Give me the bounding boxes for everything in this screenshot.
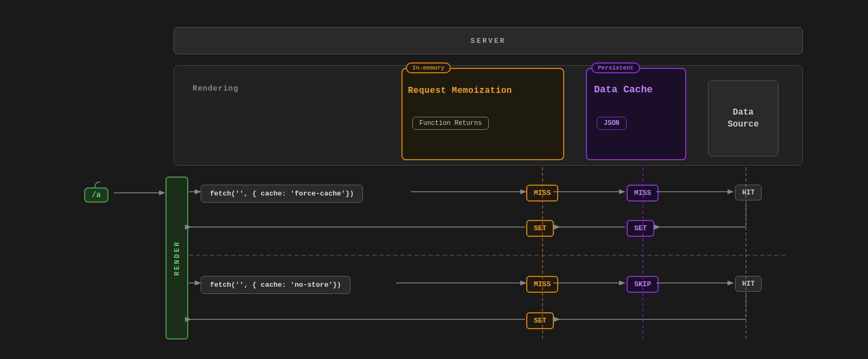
- data-cache-box: [586, 68, 686, 160]
- memo-miss-badge-row1: MISS: [526, 185, 558, 201]
- memo-miss-badge-row2: MISS: [526, 276, 558, 293]
- route-label: /a: [84, 187, 108, 203]
- cache-skip-badge-row2: SKIP: [627, 276, 659, 293]
- render-label: RENDER: [173, 241, 181, 276]
- diagram-container: SERVER Rendering In-memory Request Memoi…: [0, 0, 868, 359]
- in-memory-tag: In-memory: [406, 62, 451, 73]
- render-box: RENDER: [165, 177, 188, 339]
- data-source-box: DataSource: [708, 80, 778, 156]
- request-memoization-title: Request Memoization: [408, 86, 512, 96]
- function-returns-tag: Function Returns: [412, 117, 489, 130]
- cache-set-badge-row1: SET: [627, 220, 654, 237]
- source-hit-badge-row2: HIT: [735, 276, 762, 292]
- data-cache-title: Data Cache: [594, 84, 653, 95]
- server-label: SERVER: [471, 37, 506, 45]
- fetch-box-row2: fetch('', { cache: 'no-store'}): [201, 276, 350, 294]
- source-hit-badge-row1: HIT: [735, 185, 762, 200]
- persistent-tag: Persistent: [591, 62, 640, 73]
- server-box: SERVER: [174, 27, 803, 54]
- memo-set-badge-row2: SET: [526, 312, 554, 329]
- rendering-label: Rendering: [193, 84, 239, 93]
- json-tag: JSON: [597, 117, 627, 130]
- data-source-label: DataSource: [727, 106, 759, 131]
- cache-miss-badge-row1: MISS: [627, 185, 659, 201]
- request-memoization-box: [401, 68, 564, 160]
- memo-set-badge-row1: SET: [526, 220, 554, 237]
- fetch-box-row1: fetch('', { cache: 'force-cache'}): [201, 185, 363, 203]
